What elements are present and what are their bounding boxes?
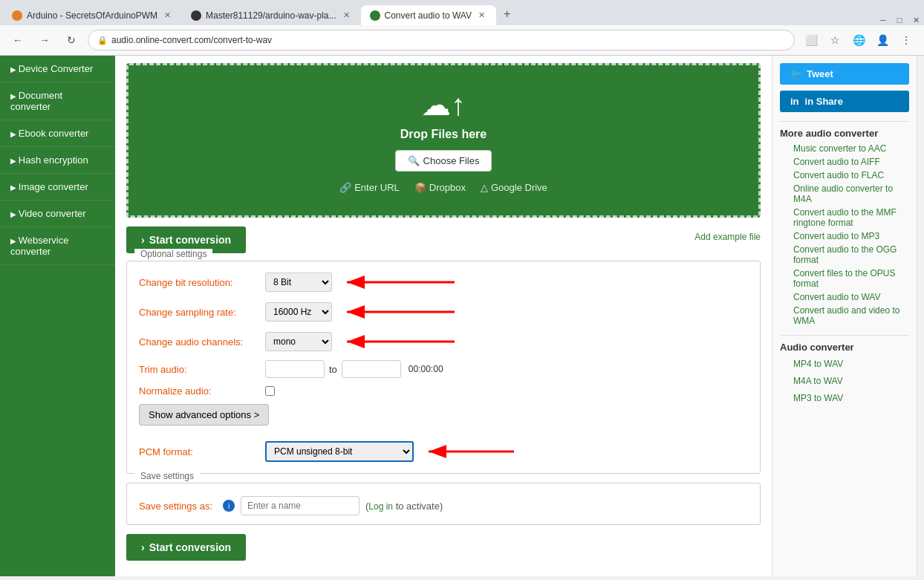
toolbar-icons: ⬜ ☆ 🌐 👤 ⋮ (801, 30, 917, 50)
browser-toolbar: ← → ↻ 🔒 audio.online-convert.com/convert… (0, 25, 924, 56)
arrow-bit-resolution (339, 271, 458, 293)
sidebar-item-image[interactable]: Image converter (0, 174, 115, 201)
more-audio-link-1[interactable]: Music converter to AAC (793, 143, 886, 154)
more-audio-list: Music converter to AAC Convert audio to … (780, 143, 909, 326)
more-audio-link-6[interactable]: Convert audio to MP3 (793, 231, 879, 241)
tab-close-0[interactable]: ✕ (162, 10, 173, 21)
new-tab-button[interactable]: + (496, 3, 518, 25)
share-button[interactable]: in in Share (780, 91, 909, 112)
audio-channels-select[interactable]: mono stereo (265, 332, 332, 351)
arrow-pcm (421, 440, 518, 463)
chevron-right-icon: › (141, 234, 145, 246)
audio-conv-link-3[interactable]: MP3 to WAV (793, 391, 909, 405)
tab-convert[interactable]: Convert audio to WAV ✕ (361, 5, 496, 25)
list-item: Convert audio to the MMF ringtone format (793, 207, 909, 228)
pcm-format-row: PCM format: PCM unsigned 8-bit PCM signe… (139, 440, 748, 463)
trim-audio-label: Trim audio: (139, 364, 265, 375)
arrow-sampling-rate (339, 301, 458, 323)
tweet-button[interactable]: 🐦 Tweet (780, 63, 909, 85)
main-container: Device Converter Document converter Eboo… (0, 56, 924, 576)
sidebar-item-ebook[interactable]: Ebook converter (0, 120, 115, 147)
sampling-rate-label: Change sampling rate: (139, 307, 265, 318)
choose-files-button[interactable]: 🔍 Choose Files (395, 150, 492, 172)
enter-url-link[interactable]: 🔗 Enter URL (339, 182, 400, 193)
audio-converter-list: MP4 to WAV M4A to WAV MP3 to WAV (780, 357, 909, 406)
audio-channels-row: Change audio channels: mono stereo (139, 330, 748, 353)
sidebar-item-video[interactable]: Video converter (0, 201, 115, 227)
audio-channels-label: Change audio channels: (139, 336, 265, 348)
save-name-input[interactable] (241, 496, 359, 515)
sidebar-item-webservice[interactable]: Webservice converter (0, 227, 115, 265)
more-audio-link-4[interactable]: Online audio converter to M4A (793, 183, 893, 204)
google-drive-link[interactable]: △ Google Drive (481, 182, 547, 193)
dropbox-link[interactable]: 📦 Dropbox (414, 182, 466, 193)
save-label: Save settings as: (139, 501, 212, 512)
more-audio-link-7[interactable]: Convert audio to the OGG format (793, 244, 897, 265)
tabs-row: Arduino - SecretsOfArduinoPWM ✕ Master81… (0, 0, 924, 25)
trim-end-value: 00:00:00 (409, 364, 443, 374)
cast-icon[interactable]: ⬜ (801, 30, 821, 50)
save-row: Save settings as: i (Log in to activate) (139, 496, 748, 515)
sidebar-item-hash[interactable]: Hash encryption (0, 147, 115, 174)
list-item: Convert audio to WAV (793, 292, 909, 302)
maximize-button[interactable]: □ (894, 15, 905, 25)
normalize-checkbox[interactable] (265, 386, 275, 396)
trim-start-input[interactable] (265, 360, 325, 378)
tab-arduino[interactable]: Arduino - SecretsOfArduinoPWM ✕ (3, 5, 182, 25)
sidebar-item-device[interactable]: Device Converter (0, 56, 115, 82)
more-audio-title: More audio converter (780, 121, 909, 139)
upload-cloud-icon: ☁↑ (143, 88, 744, 122)
back-button[interactable]: ← (7, 30, 28, 50)
more-audio-link-5[interactable]: Convert audio to the MMF ringtone format (793, 207, 897, 228)
more-audio-link-10[interactable]: Convert audio and video to WMA (793, 305, 899, 326)
google-drive-icon: △ (481, 182, 488, 193)
bit-resolution-label: Change bit resolution: (139, 277, 265, 288)
trim-to-label: to (329, 364, 337, 375)
more-audio-link-3[interactable]: Convert audio to FLAC (793, 170, 884, 180)
save-settings-title: Save settings (134, 471, 200, 481)
content-area: ☁↑ Drop Files here 🔍 Choose Files 🔗 Ente… (115, 56, 772, 576)
info-icon[interactable]: i (223, 500, 235, 512)
address-bar[interactable]: 🔒 audio.online-convert.com/convert-to-wa… (88, 30, 795, 50)
close-button[interactable]: ✕ (911, 15, 921, 25)
normalize-audio-row: Normalize audio: (139, 385, 748, 397)
profile-icon[interactable]: 👤 (872, 30, 893, 50)
pcm-format-select[interactable]: PCM unsigned 8-bit PCM signed 16-bit PCM… (265, 441, 414, 462)
bookmark-icon[interactable]: ☆ (824, 30, 845, 50)
sidebar-item-document[interactable]: Document converter (0, 82, 115, 120)
list-item: Convert audio to FLAC (793, 170, 909, 180)
list-item: Convert audio to AIFF (793, 157, 909, 167)
audio-conv-link-1[interactable]: MP4 to WAV (793, 357, 909, 371)
linkedin-icon: in (790, 96, 799, 107)
tab-close-2[interactable]: ✕ (476, 10, 487, 21)
add-example-link[interactable]: Add example file (694, 232, 761, 242)
upload-zone[interactable]: ☁↑ Drop Files here 🔍 Choose Files 🔗 Ente… (126, 63, 761, 218)
list-item: Online audio converter to M4A (793, 183, 909, 204)
list-item: Convert audio to the OGG format (793, 244, 909, 265)
start-conversion-button-bottom[interactable]: › Start conversion (126, 534, 246, 561)
minimize-button[interactable]: ─ (878, 15, 888, 25)
menu-icon[interactable]: ⋮ (896, 30, 917, 50)
refresh-button[interactable]: ↻ (61, 30, 82, 50)
optional-settings-section: Optional settings Change bit resolution:… (126, 261, 761, 474)
more-audio-link-2[interactable]: Convert audio to AIFF (793, 157, 880, 167)
show-advanced-button[interactable]: Show advanced options > (139, 404, 269, 426)
browser-chrome: Arduino - SecretsOfArduinoPWM ✕ Master81… (0, 0, 924, 56)
list-item: Convert files to the OPUS format (793, 268, 909, 289)
bit-resolution-row: Change bit resolution: 8 Bit 16 Bit 24 B… (139, 271, 748, 293)
right-sidebar: 🐦 Tweet in in Share More audio converter… (772, 56, 917, 576)
audio-conv-link-2[interactable]: M4A to WAV (793, 374, 909, 388)
sampling-rate-select[interactable]: 16000 Hz 8000 Hz 22050 Hz 44100 Hz 48000… (265, 302, 332, 322)
more-audio-link-8[interactable]: Convert files to the OPUS format (793, 268, 895, 289)
list-item: Music converter to AAC (793, 143, 909, 154)
more-audio-link-9[interactable]: Convert audio to WAV (793, 292, 880, 302)
bit-resolution-select[interactable]: 8 Bit 16 Bit 24 Bit 32 Bit (265, 273, 332, 292)
login-link[interactable]: (Log in to activate) (365, 501, 443, 512)
trim-end-input[interactable] (342, 360, 401, 378)
tab-close-1[interactable]: ✕ (341, 10, 352, 21)
globe-icon[interactable]: 🌐 (848, 30, 869, 50)
scrollbar[interactable] (917, 56, 924, 576)
list-item: Convert audio and video to WMA (793, 305, 909, 326)
tab-github[interactable]: Master811129/arduino-wav-pla... ✕ (182, 5, 360, 25)
forward-button[interactable]: → (34, 30, 55, 50)
